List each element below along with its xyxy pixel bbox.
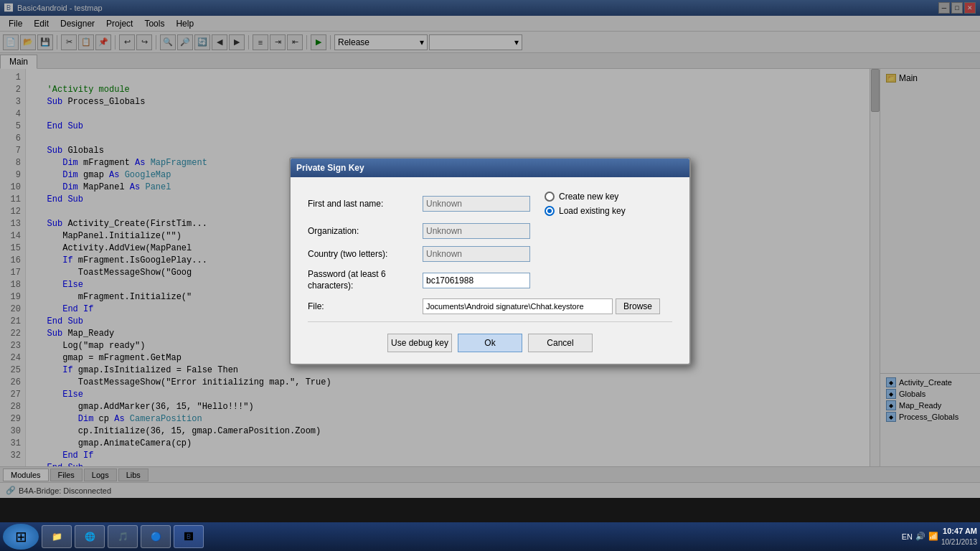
- first-name-input[interactable]: [423, 196, 530, 212]
- system-clock[interactable]: 10:47 AM 10/21/2013: [941, 526, 977, 547]
- country-row: Country (two letters):: [308, 246, 672, 262]
- taskbar-media[interactable]: 🎵: [108, 525, 138, 548]
- dialog-buttons: Use debug key Ok Cancel: [308, 334, 672, 352]
- ok-button[interactable]: Ok: [458, 334, 522, 352]
- password-input[interactable]: [423, 273, 530, 288]
- radio-create-new[interactable]: [545, 192, 555, 202]
- start-button[interactable]: ⊞: [3, 524, 39, 550]
- media-icon: 🎵: [114, 528, 131, 545]
- file-input[interactable]: [423, 298, 613, 314]
- organization-row: Organization:: [308, 223, 672, 239]
- b4a-icon: 🅱: [180, 528, 197, 545]
- ie-icon: 🌐: [81, 528, 98, 545]
- taskbar-explorer[interactable]: 📁: [42, 525, 72, 548]
- clock-time: 10:47 AM: [941, 526, 977, 537]
- radio-load-existing-label: Load existing key: [559, 206, 626, 216]
- country-label: Country (two letters):: [308, 249, 423, 259]
- use-debug-key-button[interactable]: Use debug key: [387, 334, 452, 352]
- radio-create-new-row: Create new key: [545, 192, 626, 202]
- explorer-icon: 📁: [48, 528, 65, 545]
- language-indicator: EN: [902, 532, 913, 541]
- first-name-row: First and last name: Create new key Load…: [308, 192, 672, 216]
- network-icon: 📶: [928, 532, 938, 541]
- taskbar-ie[interactable]: 🌐: [75, 525, 105, 548]
- dialog-divider: [308, 321, 672, 322]
- dialog-titlebar: Private Sign Key: [291, 159, 689, 177]
- chrome-icon: 🔵: [147, 528, 164, 545]
- taskbar-right: EN 🔊 📶 10:47 AM 10/21/2013: [902, 526, 977, 547]
- modal-overlay: Private Sign Key First and last name: Cr…: [0, 0, 980, 522]
- first-name-label: First and last name:: [308, 199, 423, 209]
- radio-load-existing[interactable]: [545, 206, 555, 216]
- browse-button[interactable]: Browse: [616, 298, 660, 314]
- password-label: Password (at least 6 characters):: [308, 269, 423, 291]
- radio-load-existing-row: Load existing key: [545, 206, 626, 216]
- password-row: Password (at least 6 characters):: [308, 269, 672, 291]
- file-label: File:: [308, 301, 423, 311]
- dialog-body: First and last name: Create new key Load…: [291, 177, 689, 364]
- country-input[interactable]: [423, 246, 530, 262]
- taskbar: ⊞ 📁 🌐 🎵 🔵 🅱 EN 🔊 📶 10:47 AM 10/21/2013: [0, 522, 980, 551]
- taskbar-b4a[interactable]: 🅱: [174, 525, 204, 548]
- radio-create-new-label: Create new key: [559, 192, 618, 202]
- dialog-title: Private Sign Key: [296, 163, 364, 173]
- taskbar-chrome[interactable]: 🔵: [141, 525, 171, 548]
- file-row: File: Browse: [308, 298, 672, 314]
- organization-input[interactable]: [423, 223, 530, 239]
- organization-label: Organization:: [308, 226, 423, 236]
- private-sign-key-dialog: Private Sign Key First and last name: Cr…: [289, 157, 691, 365]
- radio-group: Create new key Load existing key: [545, 192, 626, 216]
- clock-date: 10/21/2013: [941, 537, 977, 547]
- cancel-button[interactable]: Cancel: [528, 334, 593, 352]
- volume-icon: 🔊: [915, 532, 925, 541]
